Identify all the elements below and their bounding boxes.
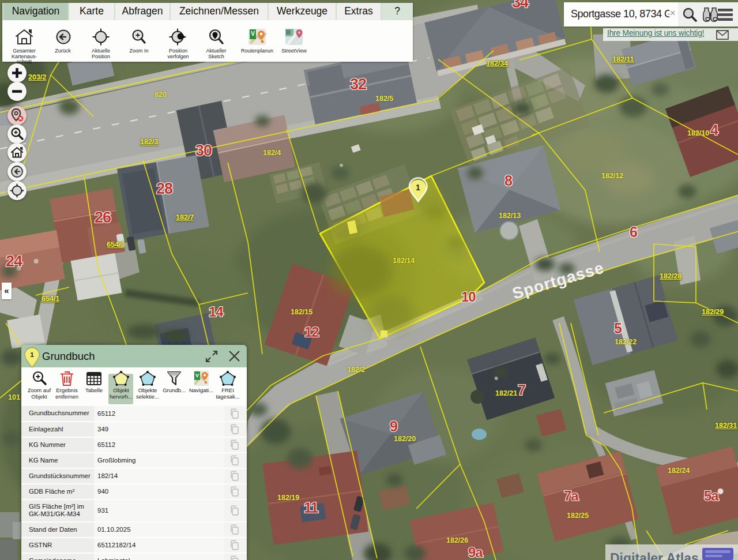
svg-text:182/7: 182/7	[176, 213, 194, 221]
svg-text:V: V	[195, 373, 199, 378]
svg-text:9a: 9a	[468, 544, 483, 560]
svg-text:9: 9	[390, 418, 397, 434]
svg-text:182/10: 182/10	[687, 129, 709, 137]
svg-text:182/29: 182/29	[702, 308, 724, 316]
svg-text:182/25: 182/25	[567, 512, 589, 520]
svg-text:182/2: 182/2	[347, 366, 365, 374]
svg-text:182/14: 182/14	[393, 257, 415, 265]
svg-text:182/28: 182/28	[660, 272, 681, 280]
svg-text:1: 1	[30, 351, 34, 358]
svg-text:654/1: 654/1	[42, 295, 59, 303]
svg-text:182/13: 182/13	[499, 212, 521, 220]
svg-text:14: 14	[209, 304, 224, 320]
svg-text:34: 34	[512, 0, 529, 11]
svg-text:32: 32	[350, 76, 366, 93]
svg-text:182/19: 182/19	[277, 494, 299, 502]
svg-text:5a: 5a	[704, 488, 719, 503]
svg-text:182/22: 182/22	[615, 338, 637, 346]
svg-text:182/12: 182/12	[601, 172, 623, 180]
svg-text:V: V	[251, 31, 255, 37]
svg-text:182/4: 182/4	[263, 149, 281, 157]
svg-text:203/2: 203/2	[28, 73, 46, 81]
svg-text:5: 5	[614, 320, 622, 336]
svg-text:182/11: 182/11	[612, 55, 634, 63]
svg-text:182/3: 182/3	[140, 138, 158, 146]
svg-text:182/31: 182/31	[715, 422, 737, 430]
svg-text:11: 11	[304, 499, 319, 516]
svg-text:6: 6	[630, 224, 637, 240]
svg-text:182/15: 182/15	[291, 308, 312, 316]
svg-text:24: 24	[6, 253, 22, 270]
svg-text:654/2: 654/2	[107, 240, 125, 249]
svg-text:182/5: 182/5	[375, 95, 393, 103]
svg-text:101: 101	[8, 393, 20, 401]
svg-text:30: 30	[195, 142, 212, 159]
svg-text:7a: 7a	[564, 488, 579, 503]
svg-text:182/24: 182/24	[668, 467, 690, 475]
svg-text:182/34: 182/34	[486, 59, 508, 67]
svg-text:1: 1	[416, 183, 420, 192]
svg-text:820: 820	[155, 91, 167, 99]
svg-text:182/21: 182/21	[495, 389, 517, 397]
svg-text:28: 28	[156, 180, 173, 197]
svg-text:26: 26	[95, 209, 111, 226]
svg-text:182/26: 182/26	[446, 536, 468, 544]
svg-text:4: 4	[710, 122, 718, 138]
svg-text:12: 12	[304, 324, 319, 340]
svg-text:8: 8	[504, 172, 513, 189]
svg-text:7: 7	[518, 382, 525, 398]
svg-text:182/20: 182/20	[394, 435, 416, 443]
svg-text:10: 10	[461, 289, 476, 305]
